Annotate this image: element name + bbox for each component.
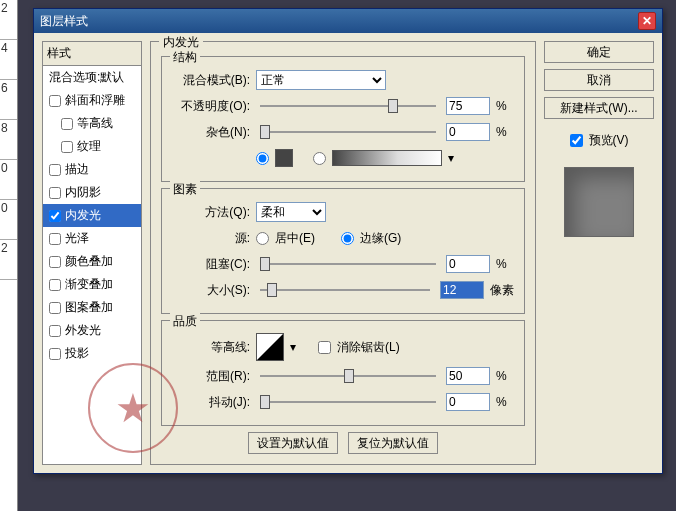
reset-default-button[interactable]: 复位为默认值 — [348, 432, 438, 454]
style-item-8[interactable]: 渐变叠加 — [43, 273, 141, 296]
choke-label: 阻塞(C): — [172, 256, 250, 273]
style-label: 等高线 — [77, 115, 113, 132]
structure-group: 结构 混合模式(B): 正常 不透明度(O): % 杂色(N): — [161, 56, 525, 182]
opacity-input[interactable] — [446, 97, 490, 115]
style-item-5[interactable]: 内发光 — [43, 204, 141, 227]
elements-group: 图素 方法(Q): 柔和 源: 居中(E) 边缘(G) 阻塞(C): — [161, 188, 525, 314]
style-label: 内阴影 — [65, 184, 101, 201]
style-checkbox[interactable] — [49, 187, 61, 199]
style-label: 渐变叠加 — [65, 276, 113, 293]
style-item-0[interactable]: 斜面和浮雕 — [43, 89, 141, 112]
choke-slider[interactable] — [260, 255, 436, 273]
source-label: 源: — [172, 230, 250, 247]
style-label: 内发光 — [65, 207, 101, 224]
dialog-title: 图层样式 — [40, 13, 88, 30]
color-radio[interactable] — [256, 152, 269, 165]
style-item-1[interactable]: 等高线 — [43, 112, 141, 135]
inner-glow-group: 内发光 结构 混合模式(B): 正常 不透明度(O): % 杂色(N): — [150, 41, 536, 465]
right-panel: 确定 取消 新建样式(W)... 预览(V) — [544, 41, 654, 465]
opacity-slider[interactable] — [260, 97, 436, 115]
contour-label: 等高线: — [172, 339, 250, 356]
preview-thumbnail — [564, 167, 634, 237]
noise-label: 杂色(N): — [172, 124, 250, 141]
layer-style-dialog: 图层样式 ✕ 样式 混合选项:默认 斜面和浮雕等高线纹理描边内阴影内发光光泽颜色… — [33, 8, 663, 474]
size-label: 大小(S): — [172, 282, 250, 299]
gradient-radio[interactable] — [313, 152, 326, 165]
style-checkbox[interactable] — [49, 325, 61, 337]
style-item-7[interactable]: 颜色叠加 — [43, 250, 141, 273]
style-label: 外发光 — [65, 322, 101, 339]
style-checkbox[interactable] — [49, 233, 61, 245]
quality-group: 品质 等高线: ▾ 消除锯齿(L) 范围(R): % — [161, 320, 525, 426]
size-slider[interactable] — [260, 281, 430, 299]
technique-label: 方法(Q): — [172, 204, 250, 221]
contour-picker[interactable] — [256, 333, 284, 361]
style-label: 颜色叠加 — [65, 253, 113, 270]
style-item-4[interactable]: 内阴影 — [43, 181, 141, 204]
size-input[interactable] — [440, 281, 484, 299]
style-checkbox[interactable] — [49, 348, 61, 360]
chevron-down-icon[interactable]: ▾ — [448, 151, 454, 165]
source-center-radio[interactable] — [256, 232, 269, 245]
chevron-down-icon[interactable]: ▾ — [290, 340, 296, 354]
style-checkbox[interactable] — [61, 118, 73, 130]
style-checkbox[interactable] — [49, 256, 61, 268]
ok-button[interactable]: 确定 — [544, 41, 654, 63]
noise-input[interactable] — [446, 123, 490, 141]
style-item-10[interactable]: 外发光 — [43, 319, 141, 342]
style-checkbox[interactable] — [49, 279, 61, 291]
style-item-9[interactable]: 图案叠加 — [43, 296, 141, 319]
technique-select[interactable]: 柔和 — [256, 202, 326, 222]
style-checkbox[interactable] — [49, 302, 61, 314]
style-label: 图案叠加 — [65, 299, 113, 316]
close-icon[interactable]: ✕ — [638, 12, 656, 30]
choke-input[interactable] — [446, 255, 490, 273]
style-label: 投影 — [65, 345, 89, 362]
jitter-label: 抖动(J): — [172, 394, 250, 411]
blend-mode-label: 混合模式(B): — [172, 72, 250, 89]
range-label: 范围(R): — [172, 368, 250, 385]
style-label: 斜面和浮雕 — [65, 92, 125, 109]
noise-slider[interactable] — [260, 123, 436, 141]
new-style-button[interactable]: 新建样式(W)... — [544, 97, 654, 119]
settings-center: 内发光 结构 混合模式(B): 正常 不透明度(O): % 杂色(N): — [150, 41, 536, 465]
styles-header: 样式 — [43, 42, 141, 66]
cancel-button[interactable]: 取消 — [544, 69, 654, 91]
style-item-11[interactable]: 投影 — [43, 342, 141, 365]
titlebar[interactable]: 图层样式 ✕ — [34, 9, 662, 33]
ruler-vertical: 246 800 2 — [0, 0, 18, 482]
jitter-slider[interactable] — [260, 393, 436, 411]
style-item-3[interactable]: 描边 — [43, 158, 141, 181]
antialias-checkbox[interactable] — [318, 341, 331, 354]
style-checkbox[interactable] — [61, 141, 73, 153]
range-input[interactable] — [446, 367, 490, 385]
preview-checkbox[interactable] — [570, 134, 583, 147]
style-checkbox[interactable] — [49, 210, 61, 222]
gradient-swatch[interactable] — [332, 150, 442, 166]
style-label: 描边 — [65, 161, 89, 178]
style-item-6[interactable]: 光泽 — [43, 227, 141, 250]
color-swatch[interactable] — [275, 149, 293, 167]
style-checkbox[interactable] — [49, 95, 61, 107]
set-default-button[interactable]: 设置为默认值 — [248, 432, 338, 454]
style-checkbox[interactable] — [49, 164, 61, 176]
style-label: 光泽 — [65, 230, 89, 247]
style-label: 纹理 — [77, 138, 101, 155]
blend-mode-select[interactable]: 正常 — [256, 70, 386, 90]
opacity-label: 不透明度(O): — [172, 98, 250, 115]
source-edge-radio[interactable] — [341, 232, 354, 245]
jitter-input[interactable] — [446, 393, 490, 411]
blend-options[interactable]: 混合选项:默认 — [43, 66, 141, 89]
styles-panel: 样式 混合选项:默认 斜面和浮雕等高线纹理描边内阴影内发光光泽颜色叠加渐变叠加图… — [42, 41, 142, 465]
style-item-2[interactable]: 纹理 — [43, 135, 141, 158]
range-slider[interactable] — [260, 367, 436, 385]
